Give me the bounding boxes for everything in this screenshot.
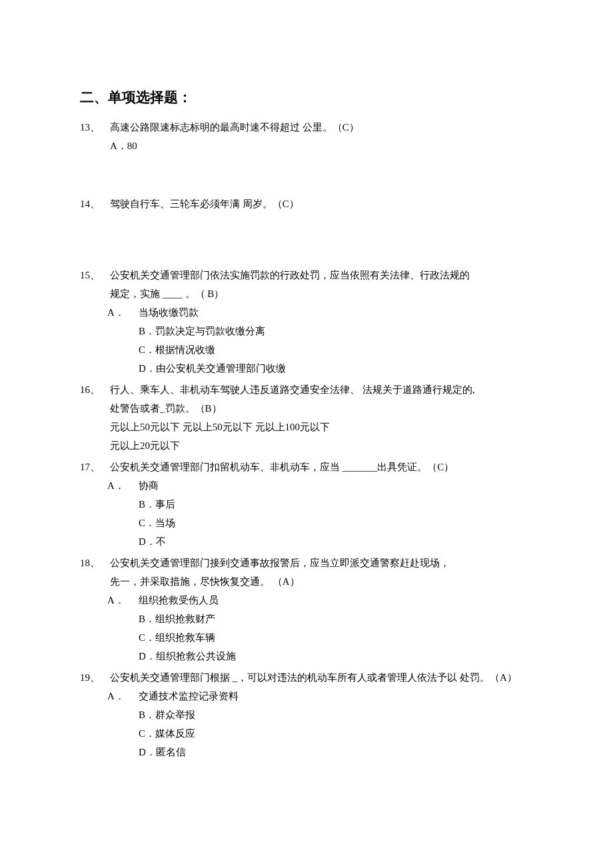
question-text-cont: 规定，实施 ____ 。（ B） bbox=[80, 286, 533, 302]
question-text: 公安机关交通管理部门接到交通事故报警后，应当立即派交通警察赶赴现场， bbox=[110, 555, 533, 571]
option-label: A． bbox=[107, 304, 139, 320]
question-14: 14、 驾驶自行车、三轮车必须年满 周岁。（C） bbox=[80, 196, 533, 212]
question-number: 14、 bbox=[80, 196, 110, 212]
question-number: 13、 bbox=[80, 119, 110, 135]
question-number: 18、 bbox=[80, 555, 110, 571]
question-text: 公安机关交通管理部门根据 _，可以对违法的机动车所有人或者管理人依法予以 处罚。… bbox=[110, 669, 533, 685]
question-number: 19、 bbox=[80, 669, 110, 685]
option-c: C．当场 bbox=[80, 515, 533, 531]
option-label: A． bbox=[110, 141, 127, 151]
option-c: C．媒体反应 bbox=[80, 725, 533, 741]
question-options-inline: 元以上20元以下 bbox=[80, 438, 533, 454]
option-text: 当场收缴罚款 bbox=[139, 304, 199, 320]
option-d: D．由公安机关交通管理部门收缴 bbox=[80, 360, 533, 376]
option-c: C．组织抢救车辆 bbox=[80, 630, 533, 646]
option-label: A． bbox=[107, 478, 139, 494]
question-number: 17、 bbox=[80, 459, 110, 475]
option-c: C．根据情况收缴 bbox=[80, 342, 533, 358]
option-text: 交通技术监控记录资料 bbox=[139, 688, 239, 704]
option-b: B．罚款决定与罚款收缴分离 bbox=[80, 323, 533, 339]
option-d: D．组织抢救公共设施 bbox=[80, 648, 533, 664]
option-label: A． bbox=[107, 592, 139, 608]
question-number: 16、 bbox=[80, 382, 110, 398]
option-b: B．组织抢救财产 bbox=[80, 611, 533, 627]
question-17: 17、 公安机关交通管理部门扣留机动车、非机动车，应当 _______出具凭证。… bbox=[80, 459, 533, 550]
option-text: 协商 bbox=[139, 478, 159, 494]
question-text: 驾驶自行车、三轮车必须年满 周岁。（C） bbox=[110, 196, 533, 212]
question-text: 高速公路限速标志标明的最高时速不得超过 公里。（C） bbox=[110, 119, 533, 135]
option-text: 组织抢救受伤人员 bbox=[139, 592, 219, 608]
question-19: 19、 公安机关交通管理部门根据 _，可以对违法的机动车所有人或者管理人依法予以… bbox=[80, 669, 533, 760]
option-d: D．匿名信 bbox=[80, 744, 533, 760]
question-text-cont: 处警告或者_罚款。（B） bbox=[80, 400, 533, 416]
question-16: 16、 行人、乘车人、非机动车驾驶人违反道路交通安全法律、 法规关于道路通行规定… bbox=[80, 382, 533, 454]
question-text: 公安机关交通管理部门依法实施罚款的行政处罚，应当依照有关法律、行政法规的 bbox=[110, 267, 533, 283]
option-b: B．事后 bbox=[80, 496, 533, 512]
question-18: 18、 公安机关交通管理部门接到交通事故报警后，应当立即派交通警察赶赴现场， 先… bbox=[80, 555, 533, 664]
question-13: 13、 高速公路限速标志标明的最高时速不得超过 公里。（C） A．80 bbox=[80, 119, 533, 154]
question-15: 15、 公安机关交通管理部门依法实施罚款的行政处罚，应当依照有关法律、行政法规的… bbox=[80, 267, 533, 376]
question-number: 15、 bbox=[80, 267, 110, 283]
option-d: D．不 bbox=[80, 534, 533, 550]
question-options-inline: 元以上50元以下 元以上50元以下 元以上100元以下 bbox=[80, 419, 533, 435]
option-b: B．群众举报 bbox=[80, 707, 533, 723]
question-text: 行人、乘车人、非机动车驾驶人违反道路交通安全法律、 法规关于道路通行规定的, bbox=[110, 382, 533, 398]
question-text: 公安机关交通管理部门扣留机动车、非机动车，应当 _______出具凭证。（C） bbox=[110, 459, 533, 475]
option-text: 80 bbox=[127, 141, 137, 151]
section-title: 二、单项选择题： bbox=[80, 87, 533, 109]
option-label: A． bbox=[107, 688, 139, 704]
question-text-cont: 先一，并采取措施，尽快恢复交通。 （A） bbox=[80, 574, 533, 590]
